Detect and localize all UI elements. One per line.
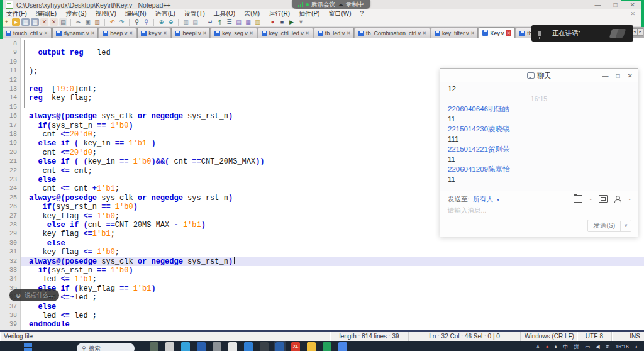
menu-item-7[interactable]: 设置(T) <box>180 9 209 18</box>
sync-scroll-v-icon[interactable]: ▥ <box>182 18 190 26</box>
taskbar-app-sheets[interactable] <box>323 342 331 351</box>
tab-beepl.v[interactable]: beepl.v✕ <box>171 28 210 38</box>
send-button-label[interactable]: 发送(S) <box>588 221 620 230</box>
taskbar-search[interactable]: ⚲ 搜索 <box>77 343 135 351</box>
copy-icon[interactable]: ▣ <box>84 18 92 26</box>
menu-item-5[interactable]: 编码(N) <box>121 9 151 18</box>
chevron-down-icon[interactable]: ⌄ <box>628 196 631 201</box>
chat-input[interactable]: 请输入消息... <box>440 204 638 218</box>
menu-item-6[interactable]: 语言(L) <box>151 9 180 18</box>
word-wrap-icon[interactable]: ↵ <box>206 18 214 26</box>
tab-scroll-right-icon[interactable]: ▸ <box>637 28 643 36</box>
tab-tb_led.v[interactable]: tb_led.v✕ <box>314 28 354 38</box>
save-icon[interactable]: ▦ <box>21 18 30 26</box>
function-list-icon[interactable]: ▤ <box>235 18 243 26</box>
stop-macro-icon[interactable]: ■ <box>278 18 286 26</box>
tray-volume-icon[interactable]: ◀ <box>596 342 600 351</box>
tab-dynamic.v[interactable]: dynamic.v✕ <box>52 28 98 38</box>
menu-item-1[interactable]: 文件(F) <box>2 9 31 18</box>
tab-close-icon[interactable]: ✕ <box>91 31 94 36</box>
menubar-close-icon[interactable]: ✕ <box>630 11 635 17</box>
ime-mode-icon[interactable]: 拼 <box>574 342 579 351</box>
menu-item-3[interactable]: 搜索(S) <box>61 9 91 18</box>
menu-item-2[interactable]: 编辑(E) <box>31 9 61 18</box>
tab-close-icon[interactable]: ✕ <box>250 31 253 36</box>
taskbar-app-browser[interactable] <box>181 342 190 351</box>
tray-expand-icon[interactable]: ∧ <box>536 342 540 351</box>
doc-map-icon[interactable]: ▦ <box>244 18 252 26</box>
tab-touch_ctrl.v[interactable]: touch_ctrl.v✕ <box>2 28 52 38</box>
tab-close-icon[interactable]: ✕ <box>306 31 309 36</box>
send-button[interactable]: 发送(S) ∨ <box>587 220 631 232</box>
close-doc-icon[interactable]: ✕ <box>40 18 48 26</box>
taskbar-clock[interactable]: 16:16 <box>616 343 629 350</box>
tab-key_filter.v[interactable]: key_filter.v✕ <box>431 28 478 38</box>
chevron-down-icon[interactable]: ⌄ <box>589 196 592 201</box>
chat-header[interactable]: 聊天 — □ ✕ <box>440 69 638 82</box>
chevron-down-icon[interactable]: ▾ <box>497 197 499 203</box>
print-icon[interactable]: ▤ <box>59 18 67 26</box>
taskbar-app-active[interactable] <box>275 342 284 351</box>
show-all-chars-icon[interactable]: ¶ <box>216 18 224 26</box>
mention-member-icon[interactable] <box>614 196 621 202</box>
record-macro-icon[interactable]: ● <box>269 18 277 26</box>
menu-item-8[interactable]: 工具(O) <box>209 9 240 18</box>
play-macro-icon[interactable]: ▶ <box>287 18 296 26</box>
open-folder-icon[interactable]: ▸ <box>12 18 20 26</box>
tray-mic-icon[interactable]: ♦ <box>555 342 557 351</box>
tab-close-icon[interactable]: ✕ <box>347 31 350 36</box>
taskbar-app-document[interactable] <box>165 342 174 351</box>
tray-recording-icon[interactable]: ● <box>545 342 548 351</box>
taskbar-app-mail[interactable] <box>197 342 206 351</box>
replace-icon[interactable]: ⚲ <box>142 18 150 26</box>
meeting-status-pill[interactable]: 腾讯会议 ☁ 录制中 <box>292 0 370 9</box>
menu-item-9[interactable]: 宏(M) <box>240 9 264 18</box>
taskbar-app-dell[interactable] <box>213 342 221 351</box>
emoji-icon[interactable]: ☺ <box>15 292 21 299</box>
taskbar-app-blue[interactable] <box>244 342 253 351</box>
chat-minimize-button[interactable]: — <box>602 72 609 79</box>
line-number-gutter[interactable]: 8910111213141516171819202122232425262728… <box>0 38 21 330</box>
tray-display-icon[interactable]: ▭ <box>585 342 590 351</box>
menu-item-4[interactable]: 视图(V) <box>91 9 120 18</box>
zoom-in-icon[interactable]: ⊕ <box>157 18 165 26</box>
chat-message-list[interactable]: 1216:152206040646明钰皓112215014230凌晓锐11122… <box>440 82 638 191</box>
tab-Key.v[interactable]: Key.v✕ <box>479 27 515 38</box>
start-button[interactable] <box>24 343 33 351</box>
close-all-icon[interactable]: ✕ <box>50 18 58 26</box>
ime-lang-icon[interactable]: 中 <box>563 342 569 351</box>
send-options-icon[interactable]: ∨ <box>620 221 631 231</box>
tab-key.v[interactable]: key.v✕ <box>137 28 170 38</box>
cut-icon[interactable]: ✂ <box>74 18 82 26</box>
zoom-out-icon[interactable]: ⊖ <box>167 18 175 26</box>
send-to-dropdown[interactable]: 所有人 <box>473 195 493 204</box>
sync-scroll-h-icon[interactable]: ▤ <box>191 18 199 26</box>
chat-close-button[interactable]: ✕ <box>628 72 633 79</box>
taskbar-app-meeting[interactable] <box>338 342 347 351</box>
menu-item-13[interactable]: ? <box>356 9 369 18</box>
chat-maximize-button[interactable]: □ <box>616 72 620 79</box>
redo-icon[interactable]: ↷ <box>118 18 126 26</box>
tab-close-icon[interactable]: ✕ <box>164 31 167 36</box>
status-insert-mode[interactable]: INS <box>612 332 644 341</box>
tab-close-icon[interactable]: ✕ <box>423 31 426 36</box>
tab-close-icon[interactable]: ✕ <box>203 31 206 36</box>
tab-close-icon[interactable]: ✕ <box>506 30 511 36</box>
taskbar-app-dark[interactable] <box>260 342 269 351</box>
tab-close-icon[interactable]: ✕ <box>471 31 475 36</box>
status-eol-format[interactable]: Windows (CR LF) <box>521 332 577 341</box>
indent-guide-icon[interactable]: ☰ <box>225 18 233 26</box>
tab-beep.v[interactable]: beep.v✕ <box>99 28 136 38</box>
notification-bell-icon[interactable]: ◖ <box>635 342 638 351</box>
undo-icon[interactable]: ↶ <box>108 18 116 26</box>
status-encoding[interactable]: UTF-8 <box>577 332 612 341</box>
tab-close-icon[interactable]: ✕ <box>44 31 48 36</box>
save-all-icon[interactable]: ▦ <box>31 18 39 26</box>
menu-item-10[interactable]: 运行(R) <box>264 9 294 18</box>
taskbar-app-explorer[interactable] <box>307 342 316 351</box>
fold-margin[interactable] <box>21 38 28 330</box>
menu-item-11[interactable]: 插件(P) <box>294 9 324 18</box>
minimize-button[interactable]: — <box>595 0 601 9</box>
tab-close-icon[interactable]: ✕ <box>129 31 133 36</box>
tray-network-icon[interactable]: ≋ <box>605 342 609 351</box>
